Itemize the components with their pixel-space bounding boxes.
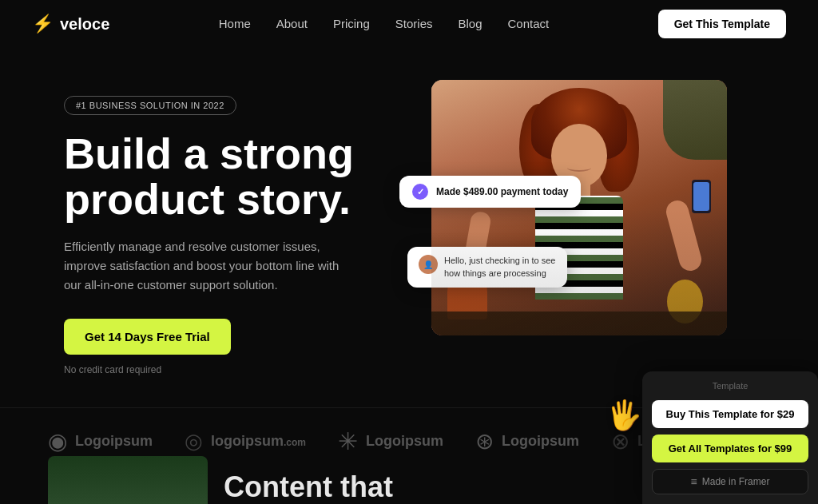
- nav-pricing[interactable]: Pricing: [333, 17, 370, 30]
- nav-links: Home About Pricing Stories Blog Contact: [219, 17, 550, 31]
- navbar: ⚡ veloce Home About Pricing Stories Blog…: [0, 0, 818, 48]
- hero-image: [431, 80, 727, 335]
- hero-badge: #1 BUSINESS SOLUTION IN 2022: [64, 96, 236, 115]
- hero-left: #1 BUSINESS SOLUTION IN 2022 Build a str…: [64, 80, 399, 375]
- nav-cta-button[interactable]: Get This Template: [658, 10, 786, 38]
- logo-item-1: ◉ Logoipsum: [48, 428, 153, 454]
- hero-title: Build a strong product story.: [64, 131, 399, 221]
- logo-item-2: ◎ logoipsum.com: [185, 429, 306, 454]
- nav-stories[interactable]: Stories: [395, 17, 433, 30]
- nav-about[interactable]: About: [276, 17, 308, 30]
- cursor-hand-icon: 🖐: [606, 399, 642, 432]
- template-popup: Template Buy This Template for $29 Get A…: [642, 371, 818, 504]
- check-icon: ✓: [412, 184, 428, 200]
- no-credit-text: No credit card required: [64, 364, 399, 375]
- logo-item-3: ✳ Logoipsum: [338, 427, 443, 455]
- hero-section: #1 BUSINESS SOLUTION IN 2022 Build a str…: [0, 48, 818, 399]
- logo[interactable]: ⚡ veloce: [32, 14, 109, 34]
- framer-icon: ≡: [691, 475, 697, 488]
- logo-text: veloce: [60, 15, 109, 34]
- hero-subtitle: Efficiently manage and resolve customer …: [64, 237, 351, 295]
- logo-icon: ⚡: [32, 14, 54, 34]
- logo-item-4: ⊛ Logoipsum: [475, 428, 579, 454]
- nav-blog[interactable]: Blog: [458, 17, 482, 30]
- trial-button[interactable]: Get 14 Days Free Trial: [64, 319, 231, 355]
- framer-badge[interactable]: ≡ Made in Framer: [652, 469, 808, 494]
- nav-contact[interactable]: Contact: [508, 17, 550, 30]
- nav-home[interactable]: Home: [219, 17, 251, 30]
- bottom-heading-peek: Content that: [224, 470, 393, 504]
- bottom-section-peek: [48, 456, 208, 504]
- buy-template-button[interactable]: Buy This Template for $29: [652, 400, 808, 428]
- all-templates-button[interactable]: Get All Templates for $99: [652, 435, 808, 462]
- hero-right: ✓ Made $489.00 payment today 👤 Hello, ju…: [431, 80, 727, 335]
- framer-text: Made in Framer: [702, 476, 770, 487]
- template-label: Template: [652, 381, 808, 391]
